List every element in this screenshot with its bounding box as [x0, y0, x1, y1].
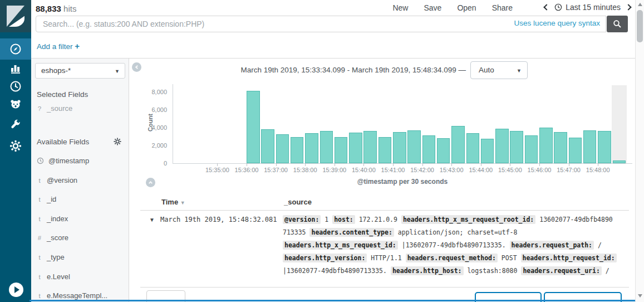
- histogram-bar-15:41:30[interactable]: [407, 130, 421, 163]
- top-menu: NewSaveOpenShare: [392, 3, 513, 12]
- x-tick-label: 15:45:00: [493, 167, 527, 173]
- source-line: headers.http_x_ms_request_id: |13602077-…: [283, 239, 633, 252]
- menu-new-button[interactable]: New: [392, 3, 408, 12]
- field-name: e.MessageTempl...: [47, 291, 107, 300]
- x-tick-label: 15:47:00: [552, 167, 586, 173]
- x-tick-label: 15:43:00: [435, 167, 468, 173]
- search-button[interactable]: [607, 16, 628, 32]
- bar-chart-icon: [9, 62, 22, 75]
- kibana-discover-app: 88,833 hits NewSaveOpenShare Last 15 min…: [0, 0, 644, 302]
- scroll-down-icon[interactable]: [638, 294, 642, 298]
- selected-fields-title: Selected Fields: [37, 90, 88, 99]
- histogram-bar-15:36:00[interactable]: [247, 91, 260, 163]
- collapse-chart-button[interactable]: [146, 178, 155, 187]
- field-item-e.MessageTempl...[interactable]: te.MessageTempl...: [37, 291, 107, 300]
- histogram-bar-15:47:30[interactable]: [583, 130, 597, 163]
- x-tick-mark: [510, 163, 510, 166]
- nav-item-monitoring[interactable]: [0, 94, 31, 115]
- histogram-bar-15:40:00[interactable]: [363, 131, 377, 163]
- source-line: @version: 1 host: 172.21.0.9 headers.htt…: [283, 213, 633, 226]
- source-field-badge: headers.http_x_ms_request_root_id:: [401, 215, 535, 224]
- clock-icon: [554, 3, 562, 11]
- histogram-bar-15:42:30[interactable]: [437, 138, 450, 163]
- menu-open-button[interactable]: Open: [457, 3, 476, 12]
- menu-share-button[interactable]: Share: [492, 3, 513, 12]
- menu-save-button[interactable]: Save: [424, 3, 441, 12]
- bear-icon: [9, 98, 22, 110]
- histogram-bar-15:39:00[interactable]: [335, 137, 348, 163]
- histogram-bar-15:37:00[interactable]: [276, 134, 289, 163]
- column-header-time[interactable]: Time ▼: [161, 198, 185, 206]
- field-item-@version[interactable]: t@version: [37, 176, 77, 184]
- histogram-bar-15:45:00[interactable]: [510, 131, 523, 163]
- x-tick-label: 15:37:00: [259, 167, 293, 173]
- histogram-bar-15:44:30[interactable]: [495, 129, 509, 163]
- histogram-bar-15:48:30[interactable]: [613, 160, 626, 163]
- field-item-e.Level[interactable]: te.Level: [37, 272, 70, 281]
- time-back-icon[interactable]: [543, 4, 549, 10]
- histogram-bar-15:38:00[interactable]: [305, 133, 318, 163]
- scrollbar-thumb[interactable]: [637, 10, 643, 42]
- histogram-bar-15:36:30[interactable]: [261, 129, 274, 163]
- x-tick-label: 15:46:00: [523, 167, 556, 173]
- histogram-bar-15:43:00[interactable]: [451, 126, 465, 163]
- field-item-_source[interactable]: ?_source: [37, 104, 72, 113]
- time-picker: Last 15 minutes: [544, 3, 631, 12]
- nav-item-management[interactable]: [0, 135, 31, 157]
- source-field-value: HTTP/1.1: [371, 254, 401, 262]
- x-tick-mark: [451, 163, 452, 166]
- histogram-bar-15:38:30[interactable]: [320, 131, 333, 163]
- field-name: _id: [47, 195, 56, 203]
- time-range-button[interactable]: Last 15 minutes: [554, 3, 621, 12]
- histogram-bar-15:45:30[interactable]: [525, 135, 538, 163]
- histogram-bar-15:48:00[interactable]: [598, 131, 611, 163]
- histogram-bar-15:43:30[interactable]: [466, 133, 480, 163]
- histogram-bar-15:44:00[interactable]: [481, 139, 494, 163]
- scroll-up-icon[interactable]: [638, 3, 642, 6]
- collapse-nav-button[interactable]: [9, 282, 23, 297]
- source-field-value: 172.21.0.9: [359, 216, 397, 223]
- x-axis-line: [173, 163, 632, 164]
- lucene-syntax-link[interactable]: Uses lucene query syntax: [514, 19, 600, 27]
- field-item-_id[interactable]: t_id: [37, 195, 56, 203]
- field-item-_index[interactable]: t_index: [37, 215, 68, 223]
- histogram-bar-15:47:00[interactable]: [569, 138, 582, 163]
- plus-icon: +: [75, 41, 80, 51]
- source-field-value: 713335: [283, 228, 306, 236]
- histogram-bar-15:37:30[interactable]: [291, 137, 304, 163]
- add-filter-link[interactable]: Add a filter +: [37, 41, 80, 51]
- histogram-bar-15:46:30[interactable]: [554, 132, 567, 163]
- histogram-bar-15:39:30[interactable]: [349, 133, 362, 163]
- field-item-@timestamp[interactable]: @timestamp: [37, 157, 89, 165]
- field-type-icon: #: [37, 235, 42, 241]
- histogram-bar-15:46:00[interactable]: [539, 128, 553, 163]
- field-settings-gear-icon[interactable]: [114, 138, 121, 145]
- chevron-left-icon: [135, 65, 139, 69]
- expand-row-caret-icon[interactable]: ▼: [149, 217, 155, 223]
- interval-select[interactable]: Auto ▼: [470, 61, 528, 79]
- histogram-bar-15:41:00[interactable]: [393, 132, 406, 163]
- wrench-icon: [9, 118, 22, 130]
- source-field-value: POST: [502, 254, 517, 262]
- y-axis-line: [173, 84, 173, 164]
- field-item-_score[interactable]: #_score: [37, 233, 68, 242]
- top-bar: 88,833 hits NewSaveOpenShare Last 15 min…: [31, 0, 635, 33]
- field-type-icon: t: [37, 196, 42, 203]
- source-line: 713335 headers.content_type: application…: [283, 226, 633, 239]
- collapse-sidebar-button[interactable]: [132, 62, 141, 72]
- field-type-icon: t: [37, 293, 42, 299]
- histogram-bar-15:42:00[interactable]: [422, 135, 436, 163]
- kibana-logo[interactable]: [0, 0, 31, 32]
- time-forward-icon[interactable]: [625, 4, 631, 10]
- y-tick-label: 6,000: [129, 106, 167, 113]
- field-item-_type[interactable]: t_type: [37, 253, 65, 261]
- x-tick-mark: [481, 163, 481, 166]
- nav-item-dev-tools[interactable]: [0, 114, 31, 135]
- nav-item-discover[interactable]: [0, 38, 31, 60]
- x-tick-mark: [276, 163, 277, 166]
- index-pattern-select[interactable]: eshops-* ▼: [35, 63, 125, 79]
- field-type-icon: t: [37, 177, 42, 184]
- source-field-badge: headers.request_path:: [510, 241, 594, 250]
- scrollbar[interactable]: [635, 0, 644, 302]
- histogram-bar-15:40:30[interactable]: [378, 137, 392, 163]
